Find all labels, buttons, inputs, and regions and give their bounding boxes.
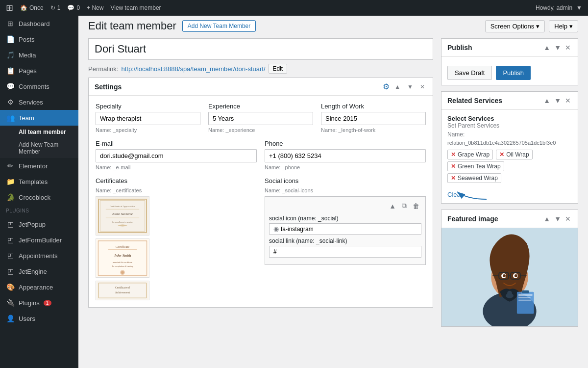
wp-logo-icon: ⊞ bbox=[6, 2, 13, 13]
publish-collapse-up-button[interactable]: ▲ bbox=[542, 43, 551, 53]
related-services-header: Related Services ▲ ▼ ✕ bbox=[441, 92, 578, 110]
sidebar-item-jetengine[interactable]: ◰ JetEngine bbox=[0, 263, 78, 279]
sidebar-item-users[interactable]: 👤 Users bbox=[0, 311, 78, 326]
rs-close-button[interactable]: ✕ bbox=[564, 96, 572, 105]
sidebar-item-plugins[interactable]: 🔌 Plugins 1 bbox=[0, 295, 78, 311]
fi-collapse-up-button[interactable]: ▲ bbox=[542, 214, 551, 224]
social-move-up-button[interactable]: ▲ bbox=[387, 201, 398, 211]
media-icon: 🎵 bbox=[6, 51, 15, 59]
specialty-input[interactable] bbox=[96, 112, 200, 125]
rs-collapse-up-button[interactable]: ▲ bbox=[542, 96, 551, 105]
featured-image-title: Featured image bbox=[447, 215, 498, 223]
social-icon-input[interactable] bbox=[281, 226, 417, 233]
fi-collapse-down-button[interactable]: ▼ bbox=[553, 214, 562, 224]
length-name: Name: _length-of-work bbox=[321, 127, 426, 133]
add-new-team-member-button[interactable]: Add New Team Member bbox=[182, 20, 256, 32]
permalink-url[interactable]: http://localhost:8888/spa/team_member/do… bbox=[121, 65, 265, 73]
publish-collapse-down-button[interactable]: ▼ bbox=[553, 43, 562, 53]
email-label: E-mail bbox=[96, 140, 257, 147]
submenu-add-new[interactable]: Add New Team Member bbox=[0, 138, 78, 158]
rs-tag-remove-seaweed-wrap[interactable]: ✕ bbox=[451, 175, 456, 182]
svg-point-16 bbox=[121, 271, 124, 274]
sidebar-item-comments[interactable]: 💬 Comments bbox=[0, 79, 78, 94]
svg-rect-0 bbox=[96, 197, 148, 235]
collapse-down-button[interactable]: ▼ bbox=[405, 82, 415, 91]
social-widget: ▲ ⧉ 🗑 social icon (name: _social) ◉ bbox=[265, 196, 426, 265]
social-link-input[interactable] bbox=[269, 246, 421, 258]
sidebar-item-jetformbuilder[interactable]: ◰ JetFormBuilder bbox=[0, 232, 78, 248]
sidebar-item-crocoblock[interactable]: 🐊 Crocoblock bbox=[0, 189, 78, 205]
screen-options-button[interactable]: Screen Options ▾ bbox=[485, 20, 545, 32]
svg-text:awarded this certificate: awarded this certificate bbox=[113, 261, 132, 263]
email-input[interactable] bbox=[96, 149, 257, 162]
sidebar-item-services[interactable]: ⚙ Services bbox=[0, 94, 78, 110]
rs-name-row: Name: bbox=[447, 131, 572, 140]
view-team-member-link[interactable]: View team member bbox=[110, 4, 161, 11]
jetformbuilder-icon: ◰ bbox=[6, 236, 15, 244]
svg-rect-39 bbox=[518, 297, 531, 298]
sidebar-item-pages[interactable]: 📋 Pages bbox=[0, 63, 78, 79]
close-metabox-button[interactable]: ✕ bbox=[418, 82, 427, 91]
permalink-edit-button[interactable]: Edit bbox=[269, 64, 288, 74]
sidebar-item-jetpopup[interactable]: ◰ JetPopup bbox=[0, 216, 78, 232]
length-input[interactable] bbox=[321, 112, 426, 125]
experience-field: Experience Name: _experience bbox=[208, 103, 313, 133]
rs-tag-row-1: ✕ Grape Wrap ✕ Oil Wrap bbox=[447, 150, 572, 159]
svg-text:Name Surname: Name Surname bbox=[112, 212, 133, 215]
certificate-thumb-3[interactable]: Certificate of Achievement bbox=[96, 281, 149, 300]
social-widget-header: ▲ ⧉ 🗑 bbox=[269, 201, 421, 211]
certificates-section: Certificates Name: _certificates Ce bbox=[96, 177, 257, 300]
fi-close-button[interactable]: ✕ bbox=[564, 214, 572, 224]
experience-input[interactable] bbox=[208, 112, 313, 125]
social-copy-button[interactable]: ⧉ bbox=[400, 201, 409, 211]
comment-icon: 💬 bbox=[67, 4, 74, 11]
rs-tag-oil-wrap[interactable]: ✕ Oil Wrap bbox=[496, 150, 532, 159]
comments-item[interactable]: 💬 0 bbox=[67, 4, 80, 11]
sidebar-item-appointments[interactable]: ◰ Appointments bbox=[0, 248, 78, 263]
featured-image-person[interactable] bbox=[441, 228, 578, 326]
gear-icon[interactable]: ⚙ bbox=[383, 82, 390, 91]
sidebar-item-team[interactable]: 👥 Team bbox=[0, 110, 78, 126]
arrow-svg bbox=[438, 182, 496, 202]
collapse-up-button[interactable]: ▲ bbox=[392, 82, 402, 91]
content-main: Permalink: http://localhost:8888/spa/tea… bbox=[88, 38, 433, 333]
publish-close-button[interactable]: ✕ bbox=[564, 43, 572, 53]
rs-tag-remove-green-tea-wrap[interactable]: ✕ bbox=[451, 163, 456, 170]
permalink-bar: Permalink: http://localhost:8888/spa/tea… bbox=[88, 64, 433, 74]
site-name[interactable]: 🏠 Once bbox=[20, 4, 44, 11]
pages-icon: 📋 bbox=[6, 67, 15, 75]
sidebar-item-dashboard[interactable]: ⊞ Dashboard bbox=[0, 16, 78, 31]
new-content-btn[interactable]: + New bbox=[87, 4, 103, 11]
save-draft-button[interactable]: Save Draft bbox=[447, 66, 492, 80]
sidebar-item-posts[interactable]: 📄 Posts bbox=[0, 31, 78, 47]
publish-title: Publish bbox=[447, 44, 472, 52]
updates-item[interactable]: ↻ 1 bbox=[50, 4, 61, 11]
svg-point-34 bbox=[514, 274, 517, 277]
help-button[interactable]: Help ▾ bbox=[549, 20, 578, 32]
rs-tag-green-tea-wrap[interactable]: ✕ Green Tea Wrap bbox=[447, 161, 504, 171]
rs-name-label: Name: bbox=[447, 131, 465, 138]
sidebar-item-media[interactable]: 🎵 Media bbox=[0, 47, 78, 63]
certificate-thumb-1[interactable]: Certificate of Appreciation Name Surname… bbox=[96, 196, 149, 236]
user-avatar[interactable]: ▼ bbox=[576, 4, 582, 11]
certificate-thumb-2[interactable]: Certificate John Smith awarded this cert… bbox=[96, 238, 149, 278]
rs-tag-remove-grape-wrap[interactable]: ✕ bbox=[451, 151, 456, 158]
rs-tag-row-3: ✕ Seaweed Wrap bbox=[447, 173, 572, 183]
rs-collapse-down-button[interactable]: ▼ bbox=[553, 96, 562, 105]
rs-tag-remove-oil-wrap[interactable]: ✕ bbox=[499, 151, 504, 158]
sidebar-item-appearance[interactable]: 🎨 Appearance bbox=[0, 279, 78, 295]
appearance-icon: 🎨 bbox=[6, 283, 15, 291]
submenu-all-team[interactable]: All team member bbox=[0, 126, 78, 138]
social-delete-button[interactable]: 🗑 bbox=[411, 201, 421, 211]
phone-input[interactable] bbox=[265, 149, 426, 162]
publish-button[interactable]: Publish bbox=[496, 66, 531, 80]
certificate-thumbnails: Certificate of Appreciation Name Surname… bbox=[96, 196, 257, 300]
elementor-icon: ✏ bbox=[6, 162, 15, 170]
team-member-name-input[interactable] bbox=[88, 38, 433, 60]
rs-tag-grape-wrap[interactable]: ✕ Grape Wrap bbox=[447, 150, 493, 159]
main-header: Edit team member Add New Team Member Scr… bbox=[78, 16, 588, 32]
main-content: Edit team member Add New Team Member Scr… bbox=[78, 16, 588, 368]
sidebar-item-templates[interactable]: 📁 Templates bbox=[0, 174, 78, 189]
rs-tag-seaweed-wrap[interactable]: ✕ Seaweed Wrap bbox=[447, 173, 501, 183]
sidebar-item-elementor[interactable]: ✏ Elementor bbox=[0, 158, 78, 174]
